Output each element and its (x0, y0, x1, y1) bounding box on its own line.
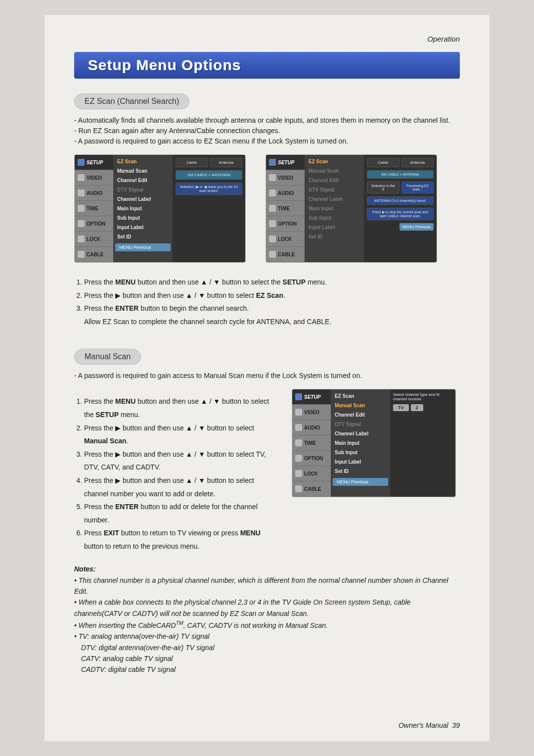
up-icon: ▲ (201, 278, 208, 286)
menu-item: Main Input (113, 204, 173, 213)
menu-item: Set ID (113, 232, 173, 241)
sidebar-tab-audio: AUDIO (75, 186, 113, 201)
set-indicator: Set CABLE < ANTENNA (176, 170, 242, 180)
menu-item: Channel Edit (113, 176, 173, 185)
menu-item: Channel Label (331, 429, 390, 438)
manualscan-steps: Press the MENU button and then use ▲ / ▼… (74, 395, 277, 553)
sidebar-tab-cable: CABLE (292, 481, 331, 497)
page-title: Setup Menu Options (74, 52, 460, 79)
menu-item: Set ID (331, 467, 390, 476)
sidebar-tab-video: VIDEO (266, 170, 305, 186)
video-icon (295, 409, 302, 416)
menu-item: Input Label (331, 457, 390, 467)
option-icon (295, 455, 302, 462)
menu-sidebar: SETUP VIDEO AUDIO TIME OPTION LOCK CABLE (75, 155, 113, 262)
ezscan-step-3-sub: Allow EZ Scan to complete the channel se… (84, 315, 460, 329)
sidebar-tab-setup: SETUP (75, 155, 113, 170)
figure1-rightpane: Cable Antenna Set CABLE < ANTENNA Select… (173, 155, 245, 262)
option-icon (269, 220, 276, 227)
menu-item-list: EZ Scan Manual Scan Channel Edit DTV Sig… (305, 155, 364, 262)
selection-box: Selection to the 0 (367, 182, 400, 193)
manualscan-figure: SETUP VIDEO AUDIO TIME OPTION LOCK CABLE… (292, 389, 456, 497)
lock-icon (269, 236, 276, 242)
menu-item: Sub Input (331, 448, 390, 457)
down-icon: ▼ (198, 291, 205, 299)
menu-item: Manual Scan (305, 166, 364, 176)
down-icon: ▼ (213, 397, 220, 405)
menu-item: Channel Edit (305, 176, 364, 185)
notes-body: • This channel number is a physical chan… (74, 575, 460, 675)
manualscan-bullet: A password is required to gain access to… (74, 371, 460, 381)
wrench-icon (269, 159, 276, 166)
manual-step-4: Press the ▶ button and then use ▲ / ▼ bu… (84, 474, 277, 500)
menu-item: Input Label (305, 223, 364, 232)
ezscan-step-2: Press the ▶ button and then use ▲ / ▼ bu… (84, 289, 460, 302)
menu-item: Manual Scan (331, 401, 390, 410)
lock-icon (78, 236, 85, 242)
ezscan-bullet: Run EZ Scan again after any Antenna/Cabl… (74, 126, 460, 136)
menu-sidebar: SETUP VIDEO AUDIO TIME OPTION LOCK CABLE (292, 389, 331, 497)
menu-item: Input Label (113, 223, 173, 232)
menu-item: Channel Label (113, 194, 173, 204)
menu-previous: MENU Previous (333, 478, 388, 486)
sidebar-tab-video: VIDEO (75, 170, 113, 186)
manualscan-bullets: A password is required to gain access to… (74, 371, 460, 381)
menu-item: DTV Signal (331, 420, 390, 429)
down-icon: ▼ (198, 424, 205, 432)
notes-title: Notes: (74, 565, 460, 573)
ezscan-step-1: Press the MENU button and then use ▲ / ▼… (84, 276, 460, 289)
section-header: Operation (74, 35, 460, 43)
menu-item: Main Input (305, 204, 364, 213)
cable-box: Cable (367, 158, 400, 167)
manual-step-6: Press EXIT button to return to TV viewin… (84, 526, 277, 553)
set-indicator: Set CABLE < ANTENNA (367, 170, 434, 179)
down-icon: ▼ (198, 450, 205, 458)
menu-item: Sub Input (113, 213, 173, 223)
menu-item: DTV Signal (305, 185, 364, 194)
note-2: • When a cable box connects to the physi… (74, 597, 460, 619)
menu-item-list: EZ Scan Manual Scan Channel Edit DTV Sig… (331, 389, 390, 497)
right-icon: ▶ (115, 291, 121, 299)
page-footer: Owner's Manual 39 (399, 721, 460, 729)
audio-icon (78, 189, 85, 196)
select-hint: Select channel type and fit channel numb… (393, 392, 452, 401)
cable-icon (78, 251, 85, 258)
menu-item-list: EZ Scan Manual Scan Channel Edit DTV Sig… (113, 155, 173, 262)
manual-step-1: Press the MENU button and then use ▲ / ▼… (84, 395, 277, 421)
channel-type-box: TV 2 (393, 404, 452, 411)
sidebar-tab-setup: SETUP (292, 389, 331, 405)
cable-icon (269, 251, 276, 258)
manual-step-5: Press the ENTER button to add or delete … (84, 500, 277, 526)
ezscan-bullet: Automatically finds all channels availab… (74, 115, 460, 126)
up-icon: ▲ (186, 450, 193, 458)
ezscan-bullets: Automatically finds all channels availab… (74, 115, 460, 146)
ezscan-figures: SETUP VIDEO AUDIO TIME OPTION LOCK CABLE… (74, 154, 460, 263)
cable-box: Cable (176, 158, 208, 167)
sidebar-tab-video: VIDEO (292, 405, 331, 420)
right-icon: ▶ (115, 476, 121, 484)
menu-previous: MENU Previous (115, 243, 171, 251)
ezscan-figure-1: SETUP VIDEO AUDIO TIME OPTION LOCK CABLE… (74, 154, 246, 263)
down-icon: ▼ (213, 278, 220, 286)
channel-number: 2 (411, 404, 423, 411)
lock-icon (295, 470, 302, 477)
option-icon (78, 220, 85, 227)
note-7: CADTV: digital cable TV signal (81, 664, 460, 675)
press-hint-box: Press ▶ to stop the current scan and sta… (367, 208, 434, 220)
right-icon: ▶ (115, 424, 121, 432)
menu-item: Set ID (305, 232, 364, 241)
note-3: • When inserting the CableCARDTM, CATV, … (74, 619, 460, 631)
sidebar-tab-lock: LOCK (75, 232, 113, 247)
sidebar-tab-audio: AUDIO (292, 420, 331, 435)
menu-item: Channel Label (305, 194, 364, 204)
antenna-found-box: ANTENNA Ch.2 channel(s) found. (367, 196, 434, 205)
menu-item: Main Input (331, 438, 390, 448)
wrench-icon (295, 393, 302, 400)
footer-label: Owner's Manual (399, 721, 448, 729)
note-1: • This channel number is a physical chan… (74, 575, 460, 597)
antenna-box: Antenna (210, 158, 243, 167)
note-6: CATV: analog cable TV signal (81, 653, 460, 664)
menu-item: EZ Scan (113, 157, 173, 166)
ezscan-steps: Press the MENU button and then use ▲ / ▼… (74, 276, 460, 328)
sidebar-tab-time: TIME (266, 201, 305, 216)
